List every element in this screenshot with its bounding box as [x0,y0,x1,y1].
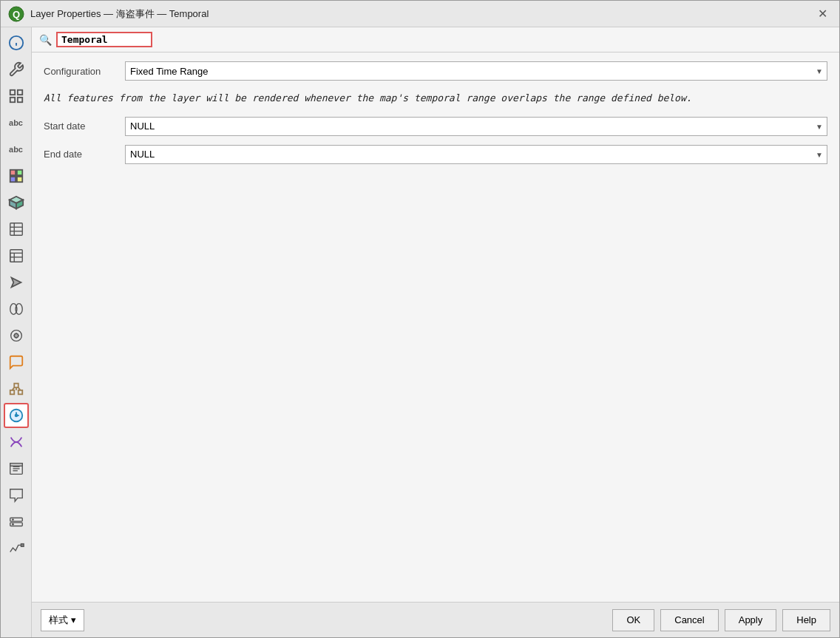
sidebar-item-labels[interactable]: abc [4,110,29,135]
sidebar-item-variables[interactable] [4,430,29,455]
svg-text:Q: Q [13,9,20,20]
sidebar-item-temporal[interactable] [4,403,29,428]
config-select-wrapper: Fixed Time Range Single Field with Date/… [125,61,827,81]
svg-point-29 [14,333,18,338]
svg-rect-16 [10,223,22,236]
svg-rect-8 [10,98,14,102]
config-row: Configuration Fixed Time Range Single Fi… [44,61,827,81]
svg-rect-49 [21,544,24,547]
end-date-select-wrapper: NULL [125,145,827,164]
main-body: abc abc [1,27,839,637]
svg-marker-25 [11,278,21,288]
svg-rect-11 [10,177,15,182]
svg-rect-5 [10,90,14,95]
sidebar-item-actions[interactable] [4,270,29,295]
style-label: 样式 [49,614,68,627]
svg-rect-32 [18,390,22,395]
style-button[interactable]: 样式 ▾ [41,609,84,631]
svg-rect-12 [16,177,21,182]
svg-rect-31 [14,384,18,388]
qgis-logo: Q [8,6,24,22]
search-bar: 🔍 [32,27,839,52]
titlebar-left: Q Layer Properties — 海盗事件 — Temporal [8,6,209,22]
svg-rect-6 [17,90,21,95]
description-italic: All features from the layer will be rend… [44,92,692,103]
end-date-label: End date [44,149,118,160]
start-date-select[interactable]: NULL [125,117,827,136]
svg-rect-44 [10,464,22,466]
sidebar-item-3d[interactable] [4,190,29,215]
sidebar-item-server[interactable] [4,509,29,535]
svg-rect-9 [10,170,15,175]
sidebar-item-diagrams[interactable] [4,163,29,189]
sidebar-item-symbology[interactable] [4,84,29,109]
sidebar-item-metadata[interactable] [4,350,29,375]
search-input[interactable] [56,32,152,47]
sidebar-item-digitizing[interactable] [4,536,29,561]
sidebar-item-info[interactable] [4,30,29,55]
svg-point-39 [15,415,17,417]
sidebar-item-fields[interactable] [4,217,29,242]
start-date-label: Start date [44,121,118,132]
window-title: Layer Properties — 海盗事件 — Temporal [30,7,209,21]
ok-button[interactable]: OK [612,609,654,631]
panel: Configuration Fixed Time Range Single Fi… [32,52,839,602]
search-icon: 🔍 [39,34,52,46]
titlebar: Q Layer Properties — 海盗事件 — Temporal ✕ [1,1,839,27]
svg-rect-7 [17,98,21,102]
config-select[interactable]: Fixed Time Range Single Field with Date/… [125,61,827,81]
sidebar-item-source[interactable] [4,57,29,82]
apply-button[interactable]: Apply [725,609,777,631]
footer: 样式 ▾ OK Cancel Apply Help [32,602,839,637]
footer-left: 样式 ▾ [41,609,84,631]
content-area: 🔍 Configuration Fixed Time Range Single … [32,27,839,637]
svg-rect-10 [16,170,21,175]
svg-rect-20 [10,250,22,262]
sidebar-item-attributes[interactable] [4,243,29,268]
config-label: Configuration [44,66,118,77]
style-dropdown-icon: ▾ [71,614,76,625]
sidebar-item-joins[interactable] [4,296,29,322]
sidebar: abc abc [1,27,32,637]
main-window: Q Layer Properties — 海盗事件 — Temporal ✕ [0,0,840,638]
close-button[interactable]: ✕ [813,5,832,22]
help-button[interactable]: Help [782,609,830,631]
svg-rect-30 [10,390,14,395]
sidebar-item-maptips[interactable] [4,483,29,508]
description-text: All features from the layer will be rend… [44,91,827,106]
start-date-select-wrapper: NULL [125,117,827,136]
footer-right: OK Cancel Apply Help [612,609,830,631]
end-date-row: End date NULL [44,145,827,164]
sidebar-item-labels2[interactable]: abc [4,137,29,162]
sidebar-item-auxiliary[interactable] [4,323,29,348]
start-date-row: Start date NULL [44,117,827,136]
sidebar-item-dependencies[interactable] [4,376,29,401]
sidebar-item-legend[interactable] [4,456,29,481]
end-date-select[interactable]: NULL [125,145,827,164]
cancel-button[interactable]: Cancel [660,609,718,631]
